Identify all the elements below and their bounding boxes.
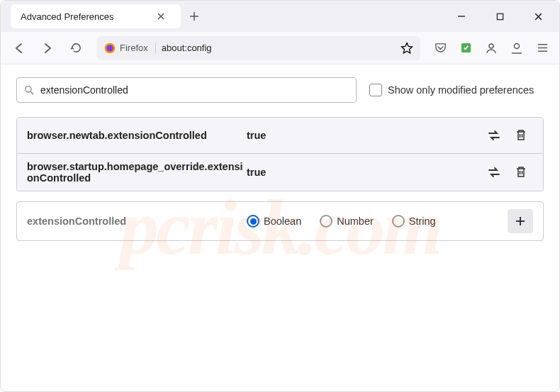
preference-name: browser.newtab.extensionControlled	[27, 130, 247, 141]
preference-value: true	[247, 130, 482, 141]
preference-value: true	[247, 167, 482, 178]
radio-number[interactable]: Number	[320, 215, 374, 228]
minimize-button[interactable]	[446, 5, 477, 28]
preferences-table: browser.newtab.extensionControlled true …	[16, 117, 544, 191]
browser-toolbar: Firefox about:config	[1, 32, 559, 65]
svg-point-2	[106, 45, 113, 52]
reload-button[interactable]	[65, 37, 87, 60]
close-window-button[interactable]	[522, 5, 554, 28]
browser-tab[interactable]: Advanced Preferences	[11, 4, 181, 28]
show-modified-checkbox[interactable]: Show only modified preferences	[369, 84, 534, 96]
search-row: Show only modified preferences	[16, 77, 544, 103]
radio-label: Number	[337, 215, 374, 227]
toggle-button[interactable]	[482, 125, 506, 146]
bookmark-star-icon[interactable]	[401, 42, 413, 55]
radio-label: String	[409, 215, 436, 227]
radio-label: Boolean	[264, 215, 301, 227]
add-button[interactable]	[508, 209, 533, 233]
svg-point-5	[515, 43, 520, 48]
search-input[interactable]	[40, 84, 349, 96]
radio-icon	[392, 215, 405, 228]
radio-boolean[interactable]: Boolean	[247, 215, 301, 228]
add-preference-name: extensionControlled	[27, 215, 247, 227]
search-icon	[24, 85, 35, 96]
hamburger-menu-icon[interactable]	[532, 38, 552, 58]
forward-button[interactable]	[36, 37, 59, 60]
new-tab-button[interactable]	[189, 11, 209, 21]
extension-icon[interactable]	[456, 38, 476, 58]
add-preference-row: extensionControlled Boolean Number Strin…	[16, 201, 544, 241]
search-box[interactable]	[16, 77, 357, 103]
downloads-icon[interactable]	[507, 38, 527, 58]
svg-rect-0	[497, 13, 503, 19]
preference-row: browser.newtab.extensionControlled true	[17, 118, 543, 154]
preference-row: browser.startup.homepage_override.extens…	[17, 154, 543, 191]
delete-button[interactable]	[509, 125, 533, 146]
titlebar: Advanced Preferences	[1, 1, 559, 32]
toggle-button[interactable]	[482, 162, 506, 183]
firefox-brand: Firefox	[104, 43, 156, 54]
address-bar[interactable]: Firefox about:config	[97, 36, 420, 60]
delete-button[interactable]	[509, 162, 533, 183]
radio-icon	[320, 215, 332, 228]
back-button[interactable]	[8, 37, 30, 60]
close-tab-icon[interactable]	[157, 12, 171, 21]
radio-icon	[247, 215, 259, 228]
url-text: about:config	[162, 43, 395, 53]
firefox-icon	[104, 43, 116, 54]
svg-point-4	[489, 44, 493, 48]
pocket-icon[interactable]	[430, 38, 450, 58]
radio-string[interactable]: String	[392, 215, 436, 228]
svg-point-6	[26, 86, 31, 91]
checkbox-label-text: Show only modified preferences	[388, 84, 534, 96]
page-content: Show only modified preferences browser.n…	[1, 65, 559, 254]
type-radio-group: Boolean Number String	[247, 215, 508, 228]
firefox-label: Firefox	[120, 43, 148, 53]
checkbox-icon	[369, 84, 382, 96]
account-icon[interactable]	[481, 38, 501, 58]
tab-title: Advanced Preferences	[21, 11, 150, 22]
maximize-button[interactable]	[484, 5, 515, 28]
preference-name: browser.startup.homepage_override.extens…	[27, 161, 247, 184]
